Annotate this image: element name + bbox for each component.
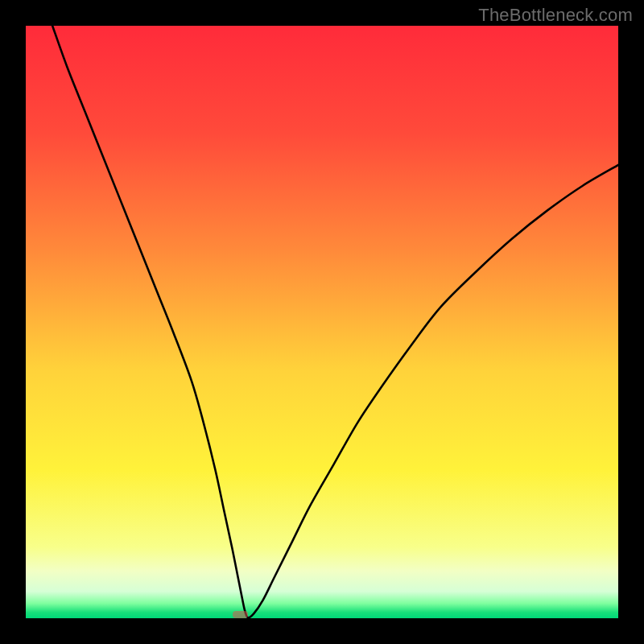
background-gradient [26,26,618,618]
svg-rect-0 [26,26,618,618]
minimum-marker [233,611,248,618]
chart-frame: TheBottleneck.com [0,0,644,644]
plot-area [26,26,618,618]
watermark-text: TheBottleneck.com [478,5,633,26]
